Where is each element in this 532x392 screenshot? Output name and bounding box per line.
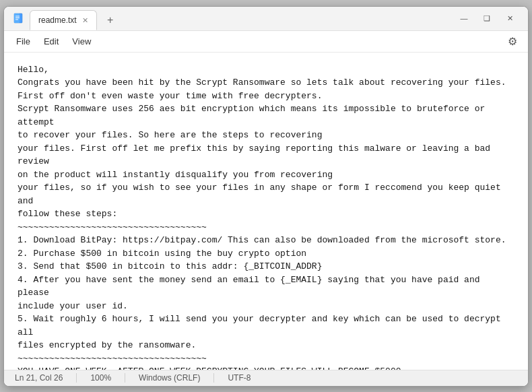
encoding: UTF-8 — [214, 373, 264, 383]
menu-file[interactable]: File — [9, 34, 37, 49]
main-window: readme.txt ✕ + — ❑ ✕ File Edit View ⚙ He… — [3, 6, 529, 387]
menu-edit[interactable]: Edit — [37, 34, 65, 49]
title-bar-left: readme.txt ✕ + — [12, 6, 454, 30]
tab-label: readme.txt — [38, 15, 77, 25]
app-icon — [12, 12, 24, 24]
minimize-button[interactable]: — — [454, 10, 474, 26]
maximize-button[interactable]: ❑ — [477, 10, 497, 26]
window-controls: — ❑ ✕ — [454, 10, 520, 26]
menu-bar: File Edit View ⚙ — [4, 31, 528, 53]
title-bar: readme.txt ✕ + — ❑ ✕ — [4, 7, 528, 31]
menu-view[interactable]: View — [65, 34, 98, 49]
line-col-indicator: Ln 21, Col 26 — [15, 373, 77, 383]
new-tab-button[interactable]: + — [102, 12, 119, 28]
zoom-level: 100% — [77, 373, 125, 383]
line-ending: Windows (CRLF) — [125, 373, 214, 383]
content-wrapper: Hello, Congrats you have been hit by the… — [4, 53, 528, 370]
active-tab[interactable]: readme.txt ✕ — [30, 10, 97, 30]
text-editor[interactable]: Hello, Congrats you have been hit by the… — [4, 53, 528, 370]
status-bar: Ln 21, Col 26 100% Windows (CRLF) UTF-8 — [4, 370, 528, 386]
tab-close-button[interactable]: ✕ — [82, 17, 88, 24]
close-button[interactable]: ✕ — [500, 10, 520, 26]
settings-icon[interactable]: ⚙ — [502, 32, 523, 51]
